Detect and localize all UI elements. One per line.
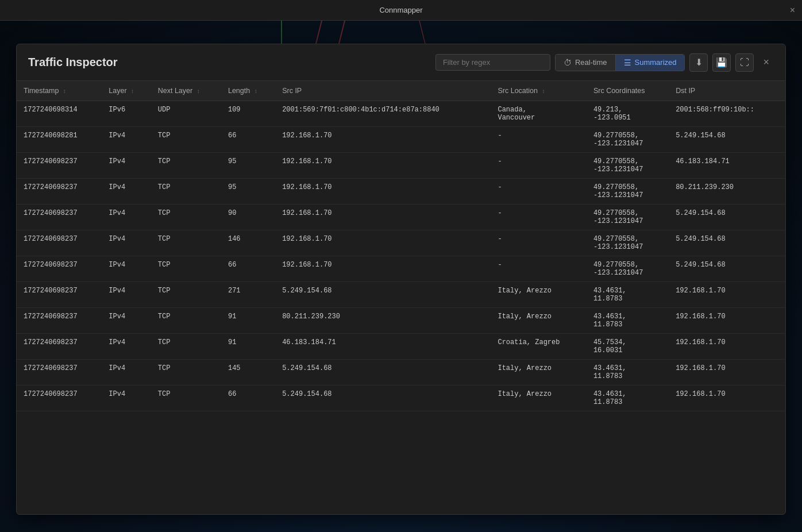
- cell-length: 95: [221, 179, 275, 205]
- table-row[interactable]: 1727240698314IPv6UDP1092001:569:7f01:c80…: [17, 101, 785, 127]
- cell-dstip: 192.168.1.70: [669, 334, 785, 360]
- cell-srclocation: -: [491, 127, 586, 153]
- col-layer[interactable]: Layer ↕: [102, 81, 151, 101]
- cell-srccoords: 49.213, -123.0951: [587, 101, 669, 127]
- cell-dstip: 2001:568:ff09:10b::: [669, 101, 785, 127]
- cell-nextlayer: TCP: [151, 205, 221, 230]
- table-row[interactable]: 1727240698237IPv4TCP1455.249.154.68Italy…: [17, 360, 785, 385]
- cell-timestamp: 1727240698237: [17, 230, 102, 256]
- table-row[interactable]: 1727240698237IPv4TCP2715.249.154.68Italy…: [17, 282, 785, 308]
- cell-srcip: 192.168.1.70: [275, 127, 491, 153]
- cell-timestamp: 1727240698237: [17, 153, 102, 179]
- col-srcip-label: Src IP: [282, 87, 302, 95]
- cell-srcip: 192.168.1.70: [275, 153, 491, 179]
- col-nextlayer-label: Next Layer: [158, 87, 192, 95]
- cell-srccoords: 49.2770558, -123.1231047: [587, 179, 669, 205]
- summarized-button[interactable]: ☰ Summarized: [616, 55, 685, 71]
- table-row[interactable]: 1727240698237IPv4TCP146192.168.1.70-49.2…: [17, 230, 785, 256]
- realtime-button[interactable]: ⏱ Real-time: [556, 55, 616, 71]
- sort-icon-timestamp: ↕: [63, 88, 66, 94]
- table-row[interactable]: 1727240698237IPv4TCP9146.183.184.71Croat…: [17, 334, 785, 360]
- window-close-button[interactable]: ×: [790, 6, 795, 15]
- title-bar: Connmapper ×: [0, 0, 802, 21]
- download-icon: ⬇: [695, 57, 703, 68]
- sort-icon-srclocation: ↕: [542, 88, 545, 94]
- col-dstip-label: Dst IP: [676, 87, 695, 95]
- cell-length: 109: [221, 101, 275, 127]
- col-srccoords-label: Src Coordinates: [593, 87, 645, 95]
- col-timestamp-label: Timestamp: [24, 87, 59, 95]
- cell-nextlayer: TCP: [151, 127, 221, 153]
- cell-srclocation: -: [491, 205, 586, 230]
- clock-icon: ⏱: [564, 58, 572, 67]
- cell-srccoords: 49.2770558, -123.1231047: [587, 127, 669, 153]
- expand-button[interactable]: ⛶: [735, 53, 754, 72]
- table-row[interactable]: 1727240698237IPv4TCP9180.211.239.230Ital…: [17, 308, 785, 334]
- cell-nextlayer: TCP: [151, 308, 221, 334]
- cell-layer: IPv4: [102, 308, 151, 334]
- cell-nextlayer: TCP: [151, 256, 221, 282]
- summarized-label: Summarized: [635, 58, 677, 67]
- table-row[interactable]: 1727240698237IPv4TCP95192.168.1.70-49.27…: [17, 153, 785, 179]
- col-length-label: Length: [228, 87, 250, 95]
- cell-layer: IPv4: [102, 360, 151, 385]
- cell-dstip: 192.168.1.70: [669, 308, 785, 334]
- cell-srcip: 46.183.184.71: [275, 334, 491, 360]
- col-timestamp[interactable]: Timestamp ↕: [17, 81, 102, 101]
- col-length[interactable]: Length ↕: [221, 81, 275, 101]
- cell-srccoords: 43.4631, 11.8783: [587, 360, 669, 385]
- cell-timestamp: 1727240698237: [17, 179, 102, 205]
- cell-length: 91: [221, 334, 275, 360]
- header-controls: ⏱ Real-time ☰ Summarized ⬇ 💾 ⛶: [435, 53, 774, 72]
- cell-dstip: 80.211.239.230: [669, 179, 785, 205]
- col-srclocation[interactable]: Src Location ↕: [491, 81, 586, 101]
- cell-nextlayer: TCP: [151, 179, 221, 205]
- cell-dstip: 5.249.154.68: [669, 205, 785, 230]
- cell-length: 91: [221, 308, 275, 334]
- cell-srclocation: -: [491, 179, 586, 205]
- save-button[interactable]: 💾: [712, 53, 731, 72]
- cell-timestamp: 1727240698237: [17, 385, 102, 411]
- cell-length: 66: [221, 385, 275, 411]
- table-row[interactable]: 1727240698281IPv4TCP66192.168.1.70-49.27…: [17, 127, 785, 153]
- panel-close-button[interactable]: ×: [758, 54, 774, 71]
- col-srclocation-label: Src Location: [498, 87, 537, 95]
- cell-srccoords: 43.4631, 11.8783: [587, 385, 669, 411]
- cell-layer: IPv4: [102, 205, 151, 230]
- table-row[interactable]: 1727240698237IPv4TCP90192.168.1.70-49.27…: [17, 205, 785, 230]
- col-nextlayer[interactable]: Next Layer ↕: [151, 81, 221, 101]
- panel-title: Traffic Inspector: [28, 56, 118, 69]
- cell-srcip: 5.249.154.68: [275, 385, 491, 411]
- cell-timestamp: 1727240698237: [17, 282, 102, 308]
- filter-input[interactable]: [435, 54, 550, 71]
- cell-layer: IPv6: [102, 101, 151, 127]
- cell-srccoords: 43.4631, 11.8783: [587, 308, 669, 334]
- cell-dstip: 192.168.1.70: [669, 385, 785, 411]
- cell-timestamp: 1727240698237: [17, 360, 102, 385]
- save-icon: 💾: [716, 57, 727, 68]
- cell-layer: IPv4: [102, 127, 151, 153]
- cell-timestamp: 1727240698281: [17, 127, 102, 153]
- panel-header: Traffic Inspector ⏱ Real-time ☰ Summariz…: [17, 44, 785, 81]
- realtime-label: Real-time: [575, 58, 607, 67]
- col-dstip: Dst IP: [669, 81, 785, 101]
- cell-srcip: 192.168.1.70: [275, 205, 491, 230]
- sort-icon-nextlayer: ↕: [197, 88, 200, 94]
- table-container[interactable]: Timestamp ↕ Layer ↕ Next Layer ↕ Lengt: [17, 81, 785, 514]
- cell-nextlayer: TCP: [151, 282, 221, 308]
- cell-srccoords: 49.2770558, -123.1231047: [587, 256, 669, 282]
- cell-srcip: 5.249.154.68: [275, 360, 491, 385]
- col-layer-label: Layer: [109, 87, 126, 95]
- download-button[interactable]: ⬇: [689, 53, 708, 72]
- cell-layer: IPv4: [102, 385, 151, 411]
- cell-srclocation: Italy, Arezzo: [491, 282, 586, 308]
- cell-dstip: 5.249.154.68: [669, 230, 785, 256]
- cell-layer: IPv4: [102, 153, 151, 179]
- table-row[interactable]: 1727240698237IPv4TCP66192.168.1.70-49.27…: [17, 256, 785, 282]
- cell-srclocation: -: [491, 256, 586, 282]
- table-row[interactable]: 1727240698237IPv4TCP95192.168.1.70-49.27…: [17, 179, 785, 205]
- table-row[interactable]: 1727240698237IPv4TCP665.249.154.68Italy,…: [17, 385, 785, 411]
- table-body: 1727240698314IPv6UDP1092001:569:7f01:c80…: [17, 101, 785, 411]
- cell-nextlayer: TCP: [151, 334, 221, 360]
- cell-length: 95: [221, 153, 275, 179]
